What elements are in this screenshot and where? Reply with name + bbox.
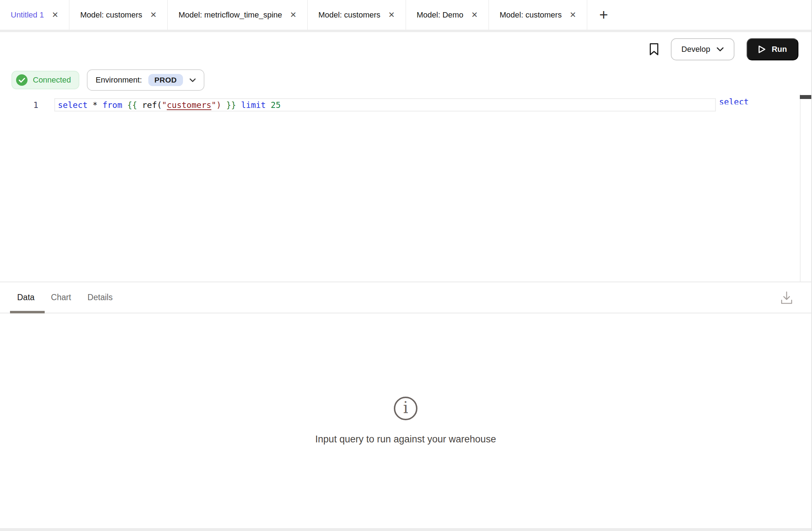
plus-icon: + — [599, 6, 608, 24]
tab-model-customers-3[interactable]: Model: customers ✕ — [489, 0, 587, 30]
empty-state-message: Input query to run against your warehous… — [315, 434, 496, 445]
run-button-label: Run — [772, 45, 787, 54]
environment-selector[interactable]: Environment: PROD — [87, 69, 204, 91]
editor-minimap[interactable]: select * from {{ ref("customers") }} lim… — [719, 97, 753, 104]
code-line[interactable]: select * from {{ ref("customers") }} lim… — [58, 100, 281, 110]
results-panel-header: Data Chart Details — [0, 282, 811, 313]
environment-badge: PROD — [148, 74, 183, 86]
info-icon: i — [394, 397, 417, 420]
close-icon[interactable]: ✕ — [388, 11, 395, 19]
tab-model-customers-1[interactable]: Model: customers ✕ — [69, 0, 168, 30]
bookmark-button[interactable] — [649, 43, 659, 56]
connection-status-row: Connected Environment: PROD — [0, 66, 811, 94]
close-icon[interactable]: ✕ — [290, 11, 296, 19]
sql-editor[interactable]: 1 select * from {{ ref("customers") }} l… — [0, 94, 811, 282]
info-glyph: i — [403, 400, 408, 417]
check-circle-icon — [16, 74, 28, 86]
tab-label: Model: Demo — [417, 10, 464, 20]
app-window: { "tab_bar": { "tabs": [ { "label": "Unt… — [0, 0, 812, 531]
download-results-button[interactable] — [781, 291, 793, 305]
develop-button-label: Develop — [682, 45, 710, 54]
minimap-code-line: select * from {{ ref("customers") }} lim… — [719, 97, 753, 104]
tab-data[interactable]: Data — [17, 293, 35, 302]
tab-label: Model: customers — [318, 10, 381, 20]
line-number: 1 — [0, 100, 38, 110]
connected-status-badge: Connected — [11, 71, 79, 89]
tab-label: Untitled 1 — [11, 10, 44, 20]
environment-label: Environment: — [95, 75, 142, 85]
develop-button[interactable]: Develop — [671, 38, 735, 60]
model-reference-link: customers — [167, 100, 212, 110]
chevron-down-icon — [189, 78, 196, 82]
run-button[interactable]: Run — [747, 38, 798, 60]
editor-scrollbar-track[interactable] — [800, 94, 811, 282]
toolbar: Develop Run — [0, 32, 811, 66]
tab-model-metricflow-time-spine[interactable]: Model: metricflow_time_spine ✕ — [168, 0, 307, 30]
tab-model-customers-2[interactable]: Model: customers ✕ — [308, 0, 406, 30]
editor-scrollbar-thumb[interactable] — [800, 95, 812, 99]
window-bottom-edge — [0, 528, 811, 531]
download-icon — [781, 291, 793, 305]
active-line-highlight[interactable]: select * from {{ ref("customers") }} lim… — [54, 98, 716, 111]
tab-label: Model: customers — [80, 10, 142, 20]
close-icon[interactable]: ✕ — [471, 11, 478, 19]
close-icon[interactable]: ✕ — [570, 11, 576, 19]
tab-label: Model: metricflow_time_spine — [178, 10, 282, 20]
bookmark-icon — [649, 43, 659, 56]
close-icon[interactable]: ✕ — [52, 11, 58, 19]
tab-chart[interactable]: Chart — [51, 293, 71, 302]
play-icon — [758, 45, 766, 54]
connected-label: Connected — [33, 75, 71, 85]
tab-details[interactable]: Details — [88, 293, 113, 302]
tab-untitled-1[interactable]: Untitled 1 ✕ — [0, 0, 69, 30]
active-tab-underline — [10, 311, 45, 313]
tab-model-demo[interactable]: Model: Demo ✕ — [406, 0, 489, 30]
close-icon[interactable]: ✕ — [150, 11, 157, 19]
results-panel-body: i Input query to run against your wareho… — [0, 313, 811, 528]
add-tab-button[interactable]: + — [587, 0, 620, 30]
tab-label: Model: customers — [500, 10, 562, 20]
chevron-down-icon — [717, 47, 724, 51]
editor-tab-bar: Untitled 1 ✕ Model: customers ✕ Model: m… — [0, 0, 811, 32]
